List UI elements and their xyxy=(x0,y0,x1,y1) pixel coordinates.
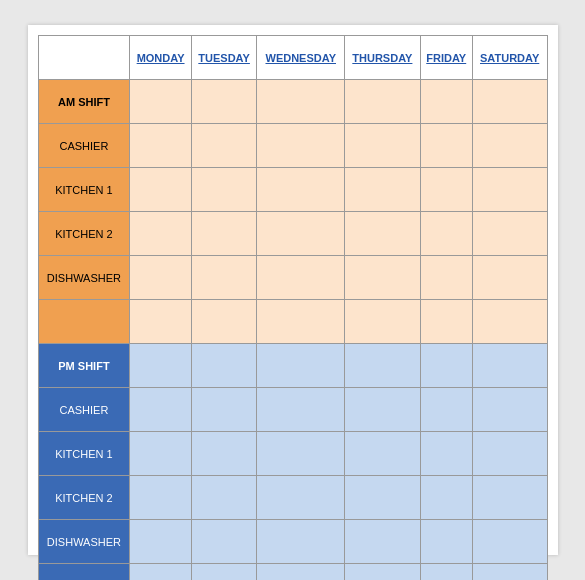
pm-extra-thu xyxy=(345,564,421,581)
am-kitchen1-thu xyxy=(345,168,421,212)
am-extra-wed xyxy=(257,300,345,344)
am-shift-row: AM SHIFT xyxy=(38,80,547,124)
am-shift-sat xyxy=(472,80,547,124)
pm-kitchen2-fri xyxy=(420,476,472,520)
am-dishwasher-sat xyxy=(472,256,547,300)
schedule-table: MONDAY TUESDAY WEDNESDAY THURSDAY FRIDAY… xyxy=(38,35,548,580)
am-kitchen2-row: KITCHEN 2 xyxy=(38,212,547,256)
am-shift-tue xyxy=(191,80,257,124)
pm-kitchen2-tue xyxy=(191,476,257,520)
pm-cashier-row: CASHIER xyxy=(38,388,547,432)
pm-shift-tue xyxy=(191,344,257,388)
am-kitchen1-mon xyxy=(130,168,191,212)
am-dishwasher-row: DISHWASHER xyxy=(38,256,547,300)
corner-cell xyxy=(38,36,130,80)
am-dishwasher-tue xyxy=(191,256,257,300)
pm-shift-fri xyxy=(420,344,472,388)
am-shift-wed xyxy=(257,80,345,124)
pm-cashier-label: CASHIER xyxy=(38,388,130,432)
am-extra-fri xyxy=(420,300,472,344)
pm-empty-label xyxy=(38,564,130,581)
am-cashier-wed xyxy=(257,124,345,168)
pm-kitchen1-label: KITCHEN 1 xyxy=(38,432,130,476)
pm-dishwasher-sat xyxy=(472,520,547,564)
am-kitchen1-wed xyxy=(257,168,345,212)
am-kitchen1-tue xyxy=(191,168,257,212)
pm-dishwasher-wed xyxy=(257,520,345,564)
pm-dishwasher-mon xyxy=(130,520,191,564)
am-kitchen2-wed xyxy=(257,212,345,256)
pm-dishwasher-row: DISHWASHER xyxy=(38,520,547,564)
pm-kitchen1-fri xyxy=(420,432,472,476)
am-dishwasher-fri xyxy=(420,256,472,300)
pm-kitchen1-mon xyxy=(130,432,191,476)
pm-kitchen2-wed xyxy=(257,476,345,520)
am-cashier-row: CASHIER xyxy=(38,124,547,168)
am-cashier-mon xyxy=(130,124,191,168)
pm-cashier-fri xyxy=(420,388,472,432)
pm-kitchen2-mon xyxy=(130,476,191,520)
pm-shift-thu xyxy=(345,344,421,388)
am-cashier-thu xyxy=(345,124,421,168)
pm-kitchen1-thu xyxy=(345,432,421,476)
pm-empty-row xyxy=(38,564,547,581)
pm-kitchen1-row: KITCHEN 1 xyxy=(38,432,547,476)
am-dishwasher-thu xyxy=(345,256,421,300)
pm-cashier-thu xyxy=(345,388,421,432)
am-extra-mon xyxy=(130,300,191,344)
pm-extra-tue xyxy=(191,564,257,581)
pm-dishwasher-label: DISHWASHER xyxy=(38,520,130,564)
col-tuesday: TUESDAY xyxy=(191,36,257,80)
am-kitchen2-thu xyxy=(345,212,421,256)
am-empty-row xyxy=(38,300,547,344)
am-kitchen1-row: KITCHEN 1 xyxy=(38,168,547,212)
am-kitchen1-label: KITCHEN 1 xyxy=(38,168,130,212)
pm-dishwasher-tue xyxy=(191,520,257,564)
pm-cashier-tue xyxy=(191,388,257,432)
pm-shift-mon xyxy=(130,344,191,388)
col-wednesday: WEDNESDAY xyxy=(257,36,345,80)
am-dishwasher-wed xyxy=(257,256,345,300)
am-kitchen2-tue xyxy=(191,212,257,256)
pm-cashier-mon xyxy=(130,388,191,432)
col-friday: FRIDAY xyxy=(420,36,472,80)
am-kitchen1-sat xyxy=(472,168,547,212)
am-shift-label: AM SHIFT xyxy=(38,80,130,124)
am-extra-tue xyxy=(191,300,257,344)
pm-dishwasher-fri xyxy=(420,520,472,564)
pm-kitchen1-wed xyxy=(257,432,345,476)
pm-cashier-sat xyxy=(472,388,547,432)
pm-kitchen1-sat xyxy=(472,432,547,476)
pm-shift-label: PM SHIFT xyxy=(38,344,130,388)
am-extra-sat xyxy=(472,300,547,344)
col-monday: MONDAY xyxy=(130,36,191,80)
pm-kitchen1-tue xyxy=(191,432,257,476)
col-saturday: SATURDAY xyxy=(472,36,547,80)
pm-extra-fri xyxy=(420,564,472,581)
am-shift-mon xyxy=(130,80,191,124)
pm-shift-sat xyxy=(472,344,547,388)
am-shift-fri xyxy=(420,80,472,124)
am-cashier-label: CASHIER xyxy=(38,124,130,168)
am-kitchen2-sat xyxy=(472,212,547,256)
pm-shift-row: PM SHIFT xyxy=(38,344,547,388)
pm-kitchen2-label: KITCHEN 2 xyxy=(38,476,130,520)
am-cashier-tue xyxy=(191,124,257,168)
pm-cashier-wed xyxy=(257,388,345,432)
pm-kitchen2-thu xyxy=(345,476,421,520)
pm-extra-sat xyxy=(472,564,547,581)
am-kitchen2-label: KITCHEN 2 xyxy=(38,212,130,256)
am-dishwasher-mon xyxy=(130,256,191,300)
am-kitchen2-fri xyxy=(420,212,472,256)
am-empty-label xyxy=(38,300,130,344)
am-dishwasher-label: DISHWASHER xyxy=(38,256,130,300)
am-kitchen1-fri xyxy=(420,168,472,212)
am-kitchen2-mon xyxy=(130,212,191,256)
col-thursday: THURSDAY xyxy=(345,36,421,80)
pm-kitchen2-sat xyxy=(472,476,547,520)
pm-dishwasher-thu xyxy=(345,520,421,564)
am-extra-thu xyxy=(345,300,421,344)
pm-shift-wed xyxy=(257,344,345,388)
am-cashier-sat xyxy=(472,124,547,168)
pm-kitchen2-row: KITCHEN 2 xyxy=(38,476,547,520)
